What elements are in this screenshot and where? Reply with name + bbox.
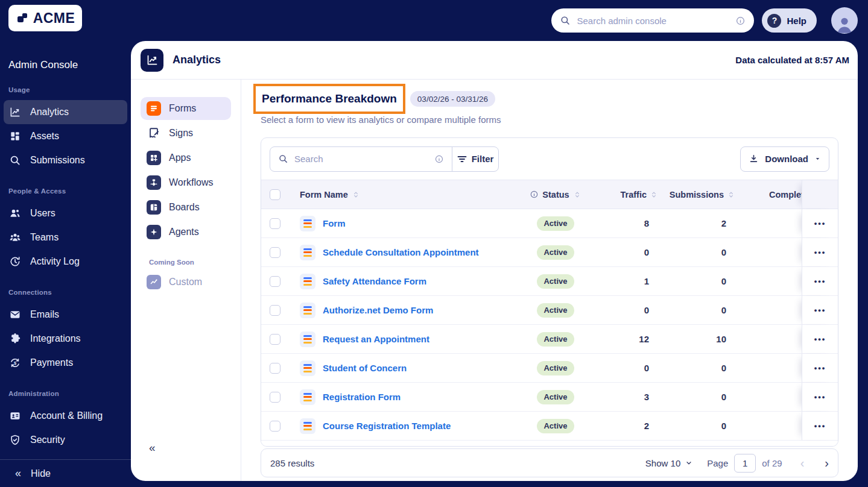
data-calculated-note: Data calculated at 8:57 AM xyxy=(735,55,849,65)
more-options-button[interactable]: ••• xyxy=(814,277,826,286)
custom-icon xyxy=(147,275,161,289)
row-checkbox[interactable] xyxy=(270,276,280,287)
form-name-link[interactable]: Safety Attendance Form xyxy=(323,276,426,286)
row-checkbox[interactable] xyxy=(270,247,280,258)
nav-item-agents[interactable]: Agents xyxy=(141,221,231,244)
annotation-highlight-box: Performance Breakdown xyxy=(253,84,405,114)
date-range-chip[interactable]: 03/02/26 - 03/31/26 xyxy=(410,91,495,107)
section-label-connections: Connections xyxy=(8,289,122,296)
assets-icon xyxy=(9,130,21,142)
emails-icon xyxy=(9,309,21,321)
form-icon xyxy=(300,331,315,347)
more-options-button[interactable]: ••• xyxy=(814,335,826,344)
forms-icon xyxy=(147,101,161,116)
form-icon xyxy=(300,418,315,434)
help-button[interactable]: ? Help xyxy=(762,8,817,33)
agents-icon xyxy=(147,225,161,239)
row-checkbox[interactable] xyxy=(270,363,280,374)
form-name-link[interactable]: Form xyxy=(323,218,346,228)
page-number-input[interactable] xyxy=(734,454,756,473)
status-badge: Active xyxy=(537,245,574,260)
form-icon xyxy=(300,274,315,289)
row-checkbox[interactable] xyxy=(270,305,280,316)
sidebar-item-security[interactable]: Security xyxy=(4,428,127,452)
info-icon[interactable] xyxy=(735,16,746,26)
more-options-button[interactable]: ••• xyxy=(814,421,826,430)
sort-icon xyxy=(727,190,735,199)
form-name-link[interactable]: Request an Appointment xyxy=(323,334,429,344)
status-badge: Active xyxy=(537,361,574,375)
chevron-down-icon xyxy=(685,459,692,467)
form-name-link[interactable]: Registration Form xyxy=(323,392,401,402)
submissions-value: 2 xyxy=(664,218,741,228)
form-name-link[interactable]: Student of Concern xyxy=(323,363,407,373)
sidebar-item-emails[interactable]: Emails xyxy=(4,303,127,327)
table-row: Student of Concern Active 0 0 ••• xyxy=(261,354,838,383)
row-checkbox[interactable] xyxy=(270,392,280,403)
previous-page-button[interactable]: ‹ xyxy=(800,456,805,470)
page-title: Analytics xyxy=(173,54,221,66)
column-submissions[interactable]: Submissions xyxy=(664,190,741,200)
show-per-page-select[interactable]: Show 10 xyxy=(645,458,692,468)
sidebar-title: Admin Console xyxy=(8,59,131,71)
more-options-button[interactable]: ••• xyxy=(814,363,826,372)
next-page-button[interactable]: › xyxy=(825,456,829,470)
sidebar-item-users[interactable]: Users xyxy=(4,201,127,225)
form-name-link[interactable]: Course Registration Template xyxy=(323,421,451,431)
help-label: Help xyxy=(787,16,806,26)
filter-button[interactable]: Filter xyxy=(452,147,498,171)
more-options-button[interactable]: ••• xyxy=(814,219,826,228)
brand-logo[interactable]: ACME xyxy=(8,5,82,31)
sidebar-item-account-billing[interactable]: Account & Billing xyxy=(4,404,127,428)
brand-name: ACME xyxy=(33,10,75,27)
row-checkbox[interactable] xyxy=(270,218,280,229)
status-badge: Active xyxy=(537,390,574,404)
table-row: Schedule Consultation Appointment Active… xyxy=(261,238,838,267)
row-checkbox[interactable] xyxy=(270,334,280,345)
submissions-value: 0 xyxy=(664,421,741,431)
boards-icon xyxy=(147,200,161,215)
column-form-name[interactable]: Form Name xyxy=(289,190,513,200)
submissions-value: 0 xyxy=(664,392,741,402)
sidebar-item-submissions[interactable]: Submissions xyxy=(4,148,127,172)
more-options-button[interactable]: ••• xyxy=(814,306,826,315)
info-icon[interactable] xyxy=(530,190,539,199)
sidebar-item-assets[interactable]: Assets xyxy=(4,124,127,148)
collapse-double-icon: « xyxy=(15,467,21,480)
status-badge: Active xyxy=(537,274,574,289)
product-nav-collapse-button[interactable]: « xyxy=(149,441,156,454)
row-checkbox[interactable] xyxy=(270,421,280,432)
select-all-checkbox[interactable] xyxy=(270,189,280,200)
nav-item-signs[interactable]: Signs xyxy=(141,122,231,145)
avatar[interactable] xyxy=(831,7,858,34)
search-icon xyxy=(560,15,571,26)
nav-item-forms[interactable]: Forms xyxy=(141,97,231,120)
sidebar-item-payments[interactable]: $ Payments xyxy=(4,351,127,375)
submissions-icon xyxy=(9,154,21,166)
more-options-button[interactable]: ••• xyxy=(814,248,826,257)
column-traffic[interactable]: Traffic xyxy=(598,190,664,200)
status-badge: Active xyxy=(537,332,574,347)
sidebar-item-integrations[interactable]: Integrations xyxy=(4,327,127,351)
nav-item-apps[interactable]: Apps xyxy=(141,146,231,169)
sidebar-item-activity-log[interactable]: Activity Log xyxy=(4,250,127,274)
form-icon xyxy=(300,216,315,231)
more-options-button[interactable]: ••• xyxy=(814,392,826,401)
sort-icon xyxy=(352,190,360,199)
nav-item-custom[interactable]: Custom xyxy=(141,271,231,294)
sidebar-hide-button[interactable]: « Hide xyxy=(0,459,131,487)
global-search-input[interactable] xyxy=(577,16,729,26)
nav-item-boards[interactable]: Boards xyxy=(141,196,231,219)
download-button[interactable]: Download xyxy=(740,146,829,172)
table-search-input[interactable] xyxy=(294,154,428,164)
column-status[interactable]: Status xyxy=(513,190,598,200)
main-card: Analytics Data calculated at 8:57 AM For… xyxy=(131,41,858,481)
nav-item-workflows[interactable]: Workflows xyxy=(141,171,231,194)
sidebar-item-label: Integrations xyxy=(30,333,81,344)
form-name-link[interactable]: Schedule Consultation Appointment xyxy=(323,247,479,257)
form-name-link[interactable]: Authorize.net Demo Form xyxy=(323,305,433,315)
info-icon[interactable] xyxy=(434,154,444,164)
sidebar-item-teams[interactable]: Teams xyxy=(4,225,127,250)
sidebar-item-analytics[interactable]: Analytics xyxy=(4,100,127,124)
table-toolbar: Filter Download xyxy=(261,138,838,180)
